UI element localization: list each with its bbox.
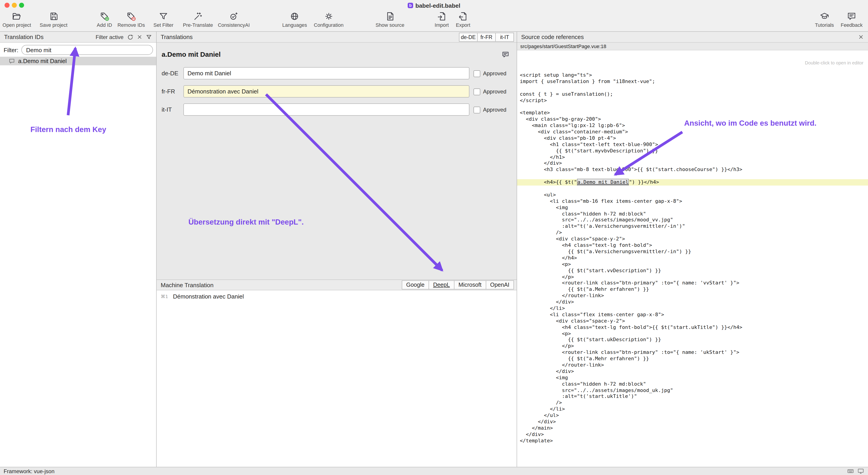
code-line: <router-link class="btn-primary" :to="{ … — [517, 280, 868, 286]
code-line: </router-link> — [517, 293, 868, 299]
mt-tab-deepl[interactable]: DeepL — [429, 281, 454, 289]
mt-tab-microsoft[interactable]: Microsoft — [454, 281, 486, 289]
code-line: <h4 class="text-lg font-bold">{{ $t("sta… — [517, 324, 868, 331]
code-line: {{ $t("a.Mehr erfahren") }} — [517, 356, 868, 362]
editor-hint: Double-click to open in editor — [805, 60, 864, 65]
comment-bubble-icon — [9, 58, 15, 64]
folder-open-icon — [12, 11, 22, 21]
machine-translation-header: Machine Translation Google DeepL Microso… — [157, 279, 517, 291]
translation-input-de-DE[interactable] — [183, 67, 469, 79]
entry-id-heading: a.Demo mit Daniel — [162, 50, 221, 58]
toolbar-import[interactable]: Import — [435, 11, 449, 28]
code-line-highlighted: <h4>{{ $t("a.Demo mit Daniel") }}</h4> — [517, 179, 868, 185]
translations-title: Translations — [161, 34, 193, 40]
toolbar-add-id[interactable]: Add ID — [97, 11, 112, 28]
annotation-filter: Filtern nach dem Key — [30, 125, 106, 134]
code-line: src="../../assets/images/mood_uk.jpg" — [517, 387, 868, 394]
toolbar-languages[interactable]: Languages — [282, 11, 307, 28]
translation-id-item-selected[interactable]: a.Demo mit Daniel — [0, 57, 156, 65]
mt-provider-tabs: Google DeepL Microsoft OpenAI — [402, 280, 514, 290]
code-line: <div class="container-medium"> — [517, 129, 868, 135]
code-line: :alt="t('a.Versicherungsvermittler/-in')… — [517, 224, 868, 230]
machine-translation-title: Machine Translation — [161, 281, 214, 288]
code-line: <p> — [517, 261, 868, 267]
code-line: <h1 class="text-left text-blue-900"> — [517, 141, 868, 148]
translation-row-fr-FR: fr-FR Approved — [157, 85, 517, 98]
code-line — [517, 104, 868, 110]
language-label: it-IT — [162, 106, 172, 113]
toolbar-consistency-ai[interactable]: ConsistencyAI — [218, 11, 250, 28]
refresh-icon[interactable] — [127, 34, 133, 40]
mt-tab-google[interactable]: Google — [402, 281, 429, 289]
language-toggle-it-IT[interactable]: it-IT — [495, 32, 514, 41]
close-panel-icon[interactable] — [858, 34, 864, 40]
highlighted-translation-key[interactable]: a.Demo mit Daniel — [577, 179, 629, 185]
window-title-area: b babel-edit.babel — [0, 2, 868, 9]
translation-ids-header: Translation IDs Filter active — [0, 32, 156, 43]
code-line: <p> — [517, 331, 868, 337]
feedback-icon — [847, 11, 857, 21]
translation-row-it-IT: it-IT Approved — [157, 103, 517, 116]
code-line: {{ $t("start.vvDescription") }} — [517, 267, 868, 274]
toolbar-remove-ids[interactable]: Remove IDs — [117, 11, 145, 28]
approved-checkbox-fr-FR[interactable] — [473, 89, 480, 95]
globe-icon — [290, 11, 300, 21]
mt-suggestion-row[interactable]: ⌘1 Démonstration avec Daniel — [157, 293, 517, 300]
toolbar-export[interactable]: Export — [456, 11, 470, 28]
code-line: </div> — [517, 432, 868, 438]
toolbar-feedback[interactable]: Feedback — [841, 11, 863, 28]
toolbar-pre-translate[interactable]: Pre-Translate — [183, 11, 213, 28]
source-file-path[interactable]: src/pages/start/GuestStartPage.vue:18 — [517, 43, 868, 50]
toolbar-open-project[interactable]: Open project — [2, 11, 31, 28]
translation-input-it-IT[interactable] — [183, 103, 469, 116]
code-line: </li> — [517, 406, 868, 412]
mt-tab-openai[interactable]: OpenAI — [486, 281, 514, 289]
language-toggle-de-DE[interactable]: de-DE — [459, 32, 477, 41]
language-toggle-group: de-DE fr-FR it-IT — [459, 32, 514, 41]
annotation-deepl: Übersetzung direkt mit "DeepL". — [188, 218, 304, 226]
toolbar-show-source[interactable]: Show source — [375, 11, 404, 28]
approved-checkbox-it-IT[interactable] — [473, 107, 480, 113]
translation-input-fr-FR[interactable] — [183, 85, 469, 98]
code-line: class="hidden h-72 md:block" — [517, 381, 868, 387]
approved-checkbox-de-DE[interactable] — [473, 70, 480, 77]
filter-funnel-icon[interactable] — [146, 34, 152, 40]
filter-icon — [158, 11, 168, 21]
mt-suggestion-text: Démonstration avec Daniel — [173, 293, 244, 300]
framework-label: Framework: vue-json — [4, 468, 55, 474]
code-line: </h1> — [517, 154, 868, 160]
code-view[interactable]: <script setup lang="ts">import { useTran… — [517, 72, 868, 444]
code-line: </div> — [517, 299, 868, 305]
code-line: {{ $t("start.ukDescription") }} — [517, 337, 868, 343]
code-line: /> — [517, 400, 868, 406]
display-icon[interactable] — [857, 468, 864, 475]
code-line: <h3 class="mb-8 text-blue-900">{{ $t("st… — [517, 167, 868, 173]
language-toggle-fr-FR[interactable]: fr-FR — [477, 32, 496, 41]
source-references-panel: Source code references src/pages/start/G… — [517, 32, 868, 467]
code-line: <h4 class="text-lg font-bold"> — [517, 242, 868, 249]
keyboard-icon[interactable] — [847, 468, 855, 475]
toolbar-configuration[interactable]: Configuration — [314, 11, 344, 28]
translation-ids-title: Translation IDs — [4, 34, 43, 40]
filter-input[interactable] — [21, 45, 153, 55]
entry-comment-icon[interactable] — [502, 51, 509, 59]
code-line: <script setup lang="ts"> — [517, 72, 868, 78]
status-bar: Framework: vue-json — [0, 467, 868, 475]
annotation-source: Ansicht, wo im Code es benutzt wird. — [684, 119, 816, 128]
clear-filter-icon[interactable] — [137, 34, 143, 40]
toolbar-save-project[interactable]: Save project — [40, 11, 67, 28]
translations-panel: Translations de-DE fr-FR it-IT a.Demo mi… — [157, 32, 517, 467]
code-line: {{ $t("a.Versicherungsvermittler/-in") }… — [517, 249, 868, 255]
approved-label: Approved — [483, 107, 506, 113]
code-line: :alt="t('start.ukTitle')" — [517, 394, 868, 400]
import-icon — [437, 11, 447, 21]
save-icon — [49, 11, 59, 21]
toolbar-tutorials[interactable]: Tutorials — [815, 11, 834, 28]
tutorials-icon — [819, 11, 829, 21]
app-icon: b — [408, 3, 413, 8]
source-code-icon — [385, 11, 395, 21]
code-line: class="hidden h-72 md:block" — [517, 211, 868, 217]
code-line: </script> — [517, 97, 868, 104]
toolbar-set-filter[interactable]: Set Filter — [153, 11, 174, 28]
add-id-icon — [99, 11, 110, 21]
